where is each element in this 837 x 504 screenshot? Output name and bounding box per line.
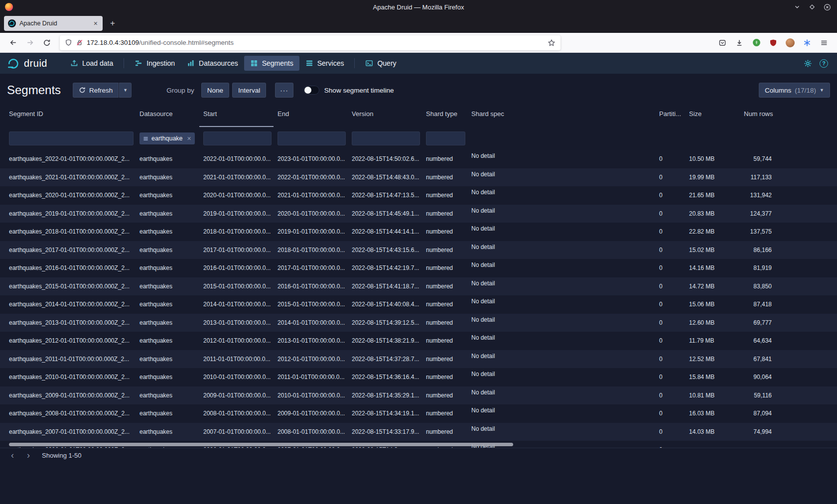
cell-partition: 0 bbox=[655, 337, 685, 344]
filter-version-input[interactable] bbox=[352, 131, 420, 145]
table-row[interactable]: earthquakes_2012-01-01T00:00:00.000Z_2..… bbox=[0, 332, 837, 350]
nav-load-data[interactable]: Load data bbox=[64, 56, 119, 71]
segment-timeline-toggle[interactable] bbox=[303, 86, 319, 95]
window-maximize-icon[interactable] bbox=[808, 3, 816, 11]
cell-segment-id: earthquakes_2010-01-01T00:00:00.000Z_2..… bbox=[5, 374, 136, 380]
columns-button[interactable]: Columns (17/18) ▼ bbox=[759, 83, 830, 98]
datasource-filter-chip[interactable]: earthquake × bbox=[140, 132, 195, 144]
cell-segment-id: earthquakes_2008-01-01T00:00:00.000Z_2..… bbox=[5, 410, 136, 417]
filter-shard-type-input[interactable] bbox=[426, 131, 465, 145]
cell-datasource: earthquakes bbox=[136, 410, 199, 417]
new-tab-button[interactable]: + bbox=[106, 16, 120, 30]
table-row[interactable]: earthquakes_2010-01-01T00:00:00.000Z_2..… bbox=[0, 368, 837, 386]
bookmark-star-icon[interactable] bbox=[548, 39, 556, 47]
cell-shard-type: numbered bbox=[422, 247, 467, 253]
browser-toolbar: 172.18.0.4:30109/unified-console.html#se… bbox=[0, 33, 837, 53]
filter-segment-id-input[interactable] bbox=[9, 131, 134, 145]
cell-version: 2022-08-15T14:39:12.5... bbox=[348, 319, 422, 326]
table-row[interactable]: earthquakes_2015-01-01T00:00:00.000Z_2..… bbox=[0, 277, 837, 296]
filter-start-input[interactable] bbox=[203, 131, 272, 145]
cell-partition: 0 bbox=[655, 155, 685, 162]
table-filter-row: earthquake × bbox=[0, 127, 837, 150]
col-header-segment-id[interactable]: Segment ID bbox=[5, 100, 136, 127]
cell-num-rows: 64,634 bbox=[740, 337, 775, 344]
druid-logo[interactable]: druid bbox=[7, 57, 47, 69]
forward-button[interactable] bbox=[22, 35, 38, 50]
extension-blue-icon[interactable] bbox=[799, 35, 815, 50]
browser-tab-apache-druid[interactable]: Apache Druid × bbox=[4, 16, 103, 31]
nav-ingestion-label: Ingestion bbox=[146, 59, 175, 67]
settings-gear-icon[interactable] bbox=[804, 59, 812, 68]
col-header-partition[interactable]: Partiti... bbox=[655, 100, 685, 127]
table-row[interactable]: earthquakes_2019-01-01T00:00:00.000Z_2..… bbox=[0, 205, 837, 223]
cell-num-rows: 59,116 bbox=[740, 392, 775, 399]
table-row[interactable]: earthquakes_2013-01-01T00:00:00.000Z_2..… bbox=[0, 314, 837, 332]
tracking-protection-shield-icon[interactable] bbox=[65, 39, 72, 46]
table-row[interactable]: earthquakes_2020-01-01T00:00:00.000Z_2..… bbox=[0, 186, 837, 205]
cell-segment-id: earthquakes_2013-01-01T00:00:00.000Z_2..… bbox=[5, 319, 136, 326]
cell-shard-type: numbered bbox=[422, 283, 467, 290]
nav-query[interactable]: Query bbox=[359, 56, 402, 71]
group-by-interval-button[interactable]: Interval bbox=[232, 83, 266, 98]
nav-datasources-label: Datasources bbox=[199, 59, 238, 67]
profile-avatar-icon[interactable] bbox=[782, 35, 798, 50]
pocket-icon[interactable] bbox=[714, 35, 730, 50]
group-by-label: Group by bbox=[166, 87, 194, 94]
refresh-button[interactable]: Refresh bbox=[73, 83, 119, 98]
back-button[interactable] bbox=[5, 35, 21, 50]
cell-end: 2018-01-01T00:00:00.0... bbox=[274, 247, 348, 253]
more-options-button[interactable]: ··· bbox=[275, 83, 293, 98]
col-header-shard-type[interactable]: Shard type bbox=[422, 100, 467, 127]
table-row[interactable]: earthquakes_2021-01-01T00:00:00.000Z_2..… bbox=[0, 168, 837, 187]
refresh-dropdown-button[interactable]: ▼ bbox=[119, 83, 132, 98]
cell-num-rows: 81,919 bbox=[740, 264, 775, 271]
col-header-end[interactable]: End bbox=[274, 100, 348, 127]
horizontal-scrollbar-thumb[interactable] bbox=[9, 443, 513, 446]
url-bar[interactable]: 172.18.0.4:30109/unified-console.html#se… bbox=[60, 35, 560, 50]
table-row[interactable]: earthquakes_2022-01-01T00:00:00.000Z_2..… bbox=[0, 150, 837, 168]
extension-green-icon[interactable] bbox=[748, 35, 764, 50]
table-row[interactable]: earthquakes_2018-01-01T00:00:00.000Z_2..… bbox=[0, 223, 837, 241]
reload-button[interactable] bbox=[39, 35, 55, 50]
cell-num-rows: 124,377 bbox=[740, 210, 775, 217]
nav-segments[interactable]: Segments bbox=[244, 56, 299, 71]
cell-size: 14.72 MB bbox=[685, 283, 740, 290]
window-close-icon[interactable] bbox=[823, 3, 831, 11]
refresh-icon bbox=[79, 87, 86, 94]
nav-ingestion[interactable]: Ingestion bbox=[129, 56, 181, 71]
cell-shard-type: numbered bbox=[422, 264, 467, 271]
table-row[interactable]: earthquakes_2016-01-01T00:00:00.000Z_2..… bbox=[0, 259, 837, 277]
connection-not-secure-lock-icon[interactable] bbox=[76, 39, 83, 46]
nav-datasources[interactable]: Datasources bbox=[181, 56, 244, 71]
menu-hamburger-icon[interactable] bbox=[816, 35, 832, 50]
col-header-num-rows[interactable]: Num rows bbox=[740, 100, 775, 127]
col-header-shard-spec[interactable]: Shard spec bbox=[467, 100, 655, 127]
table-row[interactable]: earthquakes_2008-01-01T00:00:00.000Z_2..… bbox=[0, 404, 837, 423]
group-by-none-button[interactable]: None bbox=[201, 83, 229, 98]
table-row[interactable]: earthquakes_2017-01-01T00:00:00.000Z_2..… bbox=[0, 241, 837, 259]
window-minimize-icon[interactable] bbox=[793, 3, 801, 11]
next-page-button[interactable]: › bbox=[24, 450, 33, 461]
table-row[interactable]: earthquakes_2007-01-01T00:00:00.000Z_2..… bbox=[0, 423, 837, 441]
ublock-extension-icon[interactable] bbox=[765, 35, 781, 50]
table-row[interactable]: earthquakes_2014-01-01T00:00:00.000Z_2..… bbox=[0, 295, 837, 314]
cell-datasource: earthquakes bbox=[136, 392, 199, 399]
cell-partition: 0 bbox=[655, 283, 685, 290]
cell-partition: 0 bbox=[655, 192, 685, 199]
col-header-start[interactable]: Start bbox=[199, 100, 274, 127]
filter-end-input[interactable] bbox=[278, 131, 346, 145]
downloads-icon[interactable] bbox=[731, 35, 747, 50]
col-header-size[interactable]: Size bbox=[685, 100, 740, 127]
window-title: Apache Druid — Mozilla Firefox bbox=[373, 3, 464, 11]
table-row[interactable]: earthquakes_2011-01-01T00:00:00.000Z_2..… bbox=[0, 350, 837, 369]
table-row[interactable]: earthquakes_2009-01-01T00:00:00.000Z_2..… bbox=[0, 386, 837, 405]
help-icon[interactable]: ? bbox=[820, 59, 828, 68]
cell-partition: 0 bbox=[655, 210, 685, 217]
prev-page-button[interactable]: ‹ bbox=[8, 450, 17, 461]
nav-services-label: Services bbox=[317, 59, 344, 67]
col-header-datasource[interactable]: Datasource bbox=[136, 100, 199, 127]
tab-close-icon[interactable]: × bbox=[93, 19, 99, 27]
nav-services[interactable]: Services bbox=[299, 56, 350, 71]
col-header-version[interactable]: Version bbox=[348, 100, 422, 127]
chip-remove-icon[interactable]: × bbox=[186, 134, 193, 142]
